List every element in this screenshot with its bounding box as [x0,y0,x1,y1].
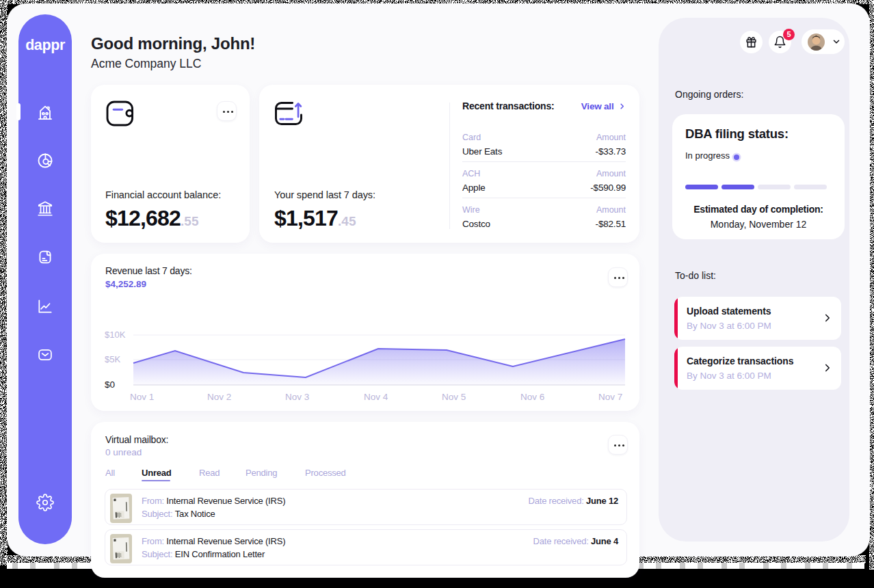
svg-text:$10K: $10K [105,330,126,340]
svg-text:$5K: $5K [105,354,120,364]
svg-text:$0: $0 [105,379,115,390]
